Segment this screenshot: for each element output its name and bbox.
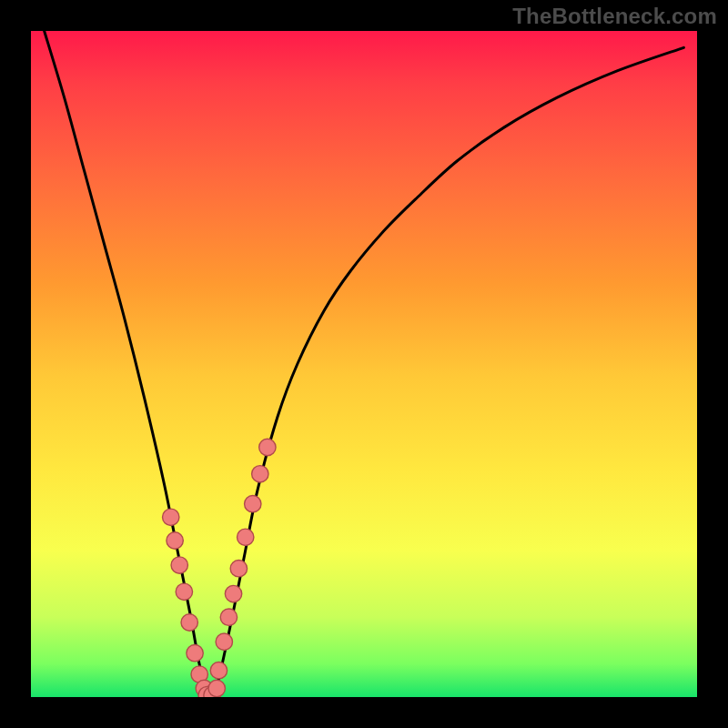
chart-overlay: [31, 31, 697, 697]
data-point: [216, 633, 232, 650]
plot-area: [31, 31, 697, 697]
data-point: [171, 557, 187, 573]
watermark-text: TheBottleneck.com: [512, 4, 717, 29]
data-point: [225, 585, 241, 602]
data-point: [187, 644, 203, 661]
data-point: [176, 583, 192, 600]
data-point: [252, 466, 268, 482]
data-point: [210, 662, 227, 679]
chart-frame: TheBottleneck.com: [0, 0, 728, 728]
data-point: [181, 614, 197, 631]
data-point: [208, 680, 225, 696]
data-point: [238, 529, 254, 545]
data-point: [259, 439, 276, 455]
data-point: [245, 496, 261, 512]
data-point: [167, 532, 183, 549]
data-point: [220, 609, 237, 625]
data-point: [230, 561, 247, 577]
bottleneck-curve: [45, 31, 684, 694]
data-point: [163, 509, 179, 525]
curve-layer: [45, 31, 684, 694]
dots-layer: [163, 439, 277, 697]
